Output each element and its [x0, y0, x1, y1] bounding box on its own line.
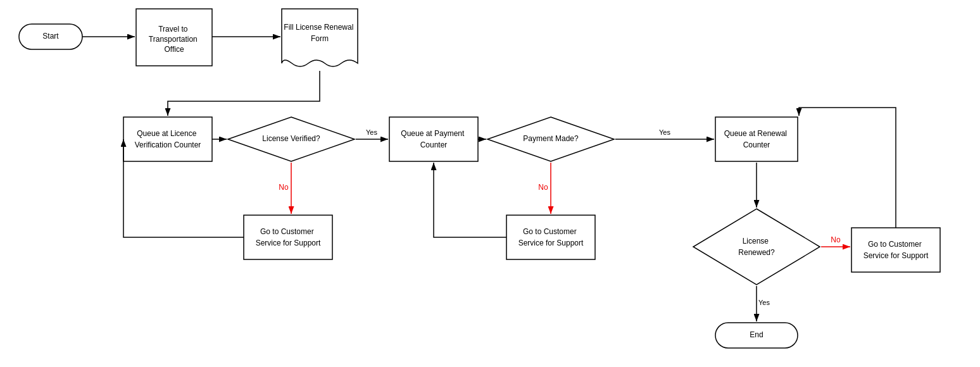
- verified-no-label: No: [279, 183, 289, 192]
- license-renewed-node: [693, 209, 820, 285]
- queue-licence-node: [123, 117, 212, 161]
- verified-yes-label: Yes: [366, 128, 377, 136]
- arrow-form-queue-licence: [168, 71, 320, 116]
- support2-node: [506, 215, 595, 259]
- renewed-yes-label: Yes: [758, 299, 770, 306]
- end-label: End: [750, 330, 763, 339]
- license-verified-label: License Verified?: [262, 134, 320, 143]
- payment-made-label: Payment Made?: [523, 134, 579, 143]
- arrow-support2-queue-payment: [434, 163, 506, 237]
- queue-payment-node: [389, 117, 478, 161]
- renewed-no-label: No: [831, 235, 841, 244]
- support3-node: [851, 228, 940, 272]
- queue-renewal-node: [715, 117, 798, 161]
- support1-node: [244, 215, 332, 259]
- arrow-support3-queue-renewal: [799, 108, 896, 228]
- payment-yes-label: Yes: [659, 128, 670, 136]
- payment-no-label: No: [538, 183, 548, 192]
- start-label: Start: [42, 32, 59, 40]
